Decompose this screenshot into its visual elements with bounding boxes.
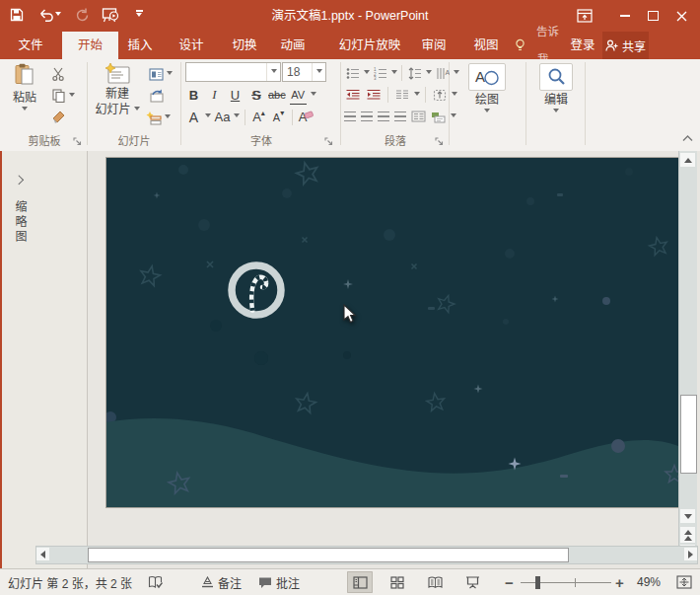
editing-button[interactable]: 编辑 [534,63,578,115]
numbering-dropdown-icon[interactable] [391,70,397,77]
add-remove-columns-button[interactable] [411,108,426,125]
reading-view-button[interactable] [422,571,448,593]
thumbnails-panel[interactable]: 缩略图 [2,151,88,568]
font-dialog-launcher-icon[interactable] [324,137,334,147]
tab-insert[interactable]: 插入 [120,32,160,59]
line-spacing-button[interactable] [406,64,424,82]
justify-button[interactable] [394,112,406,122]
change-case-button[interactable]: Aa [214,108,231,126]
align-text-button[interactable] [431,86,449,104]
close-button[interactable] [667,0,696,32]
layout-dropdown-icon[interactable] [167,71,173,78]
new-slide-button[interactable]: 新建 幻灯片 [92,63,143,116]
normal-view-button[interactable] [347,571,373,593]
text-direction-button[interactable]: A [434,64,452,82]
underline-button[interactable]: U [227,86,244,105]
scroll-right-button[interactable] [684,548,697,560]
section-button[interactable] [145,109,163,126]
copy-dropdown-icon[interactable] [69,93,75,100]
increase-indent-button[interactable] [365,86,383,104]
sign-in-button[interactable]: 登录 [566,32,599,59]
tab-animations[interactable]: 动画 [273,32,313,59]
reset-button[interactable] [147,87,165,105]
horizontal-scrollbar[interactable] [35,546,698,564]
clear-formatting-button[interactable]: A [298,108,315,126]
tell-me-box[interactable]: 告诉我... [515,32,566,59]
character-spacing-button[interactable]: AV [290,85,307,105]
layout-button[interactable] [147,65,165,83]
maximize-button[interactable] [639,0,667,32]
bold-button[interactable]: B [185,86,202,105]
slide-show-button[interactable] [459,571,485,593]
new-slide-dropdown-icon[interactable] [134,107,140,113]
scroll-down-button[interactable] [680,509,695,523]
bullets-dropdown-icon[interactable] [364,70,370,77]
fit-slide-to-window-button[interactable] [676,569,692,595]
character-spacing-dropdown-icon[interactable] [311,92,316,99]
notes-button[interactable]: 备注 [201,569,242,595]
zoom-in-button[interactable]: + [615,569,624,595]
drawing-dropdown-icon[interactable] [484,109,490,115]
decrease-indent-button[interactable] [344,86,362,104]
text-shadow-button[interactable]: abc [268,86,286,105]
grow-font-button[interactable]: A▴ [250,108,267,126]
undo-dropdown-icon[interactable] [55,12,61,19]
comments-button[interactable]: 批注 [258,569,300,595]
scroll-left-button[interactable] [36,548,49,560]
copy-button[interactable] [49,87,67,105]
zoom-slider-handle[interactable] [535,576,540,589]
slide-sorter-view-button[interactable] [385,571,410,593]
change-case-dropdown-icon[interactable] [234,113,240,120]
tab-design[interactable]: 设计 [172,32,211,59]
horizontal-scrollbar-thumb[interactable] [88,548,569,562]
zoom-level-button[interactable]: 49% [637,569,661,595]
align-center-button[interactable] [361,112,373,122]
scroll-up-button[interactable] [680,153,695,167]
bullets-button[interactable] [344,64,362,82]
font-name-combobox[interactable] [185,62,281,82]
section-dropdown-icon[interactable] [165,114,171,121]
zoom-out-button[interactable]: − [505,569,514,595]
customize-qat-icon[interactable] [128,4,150,26]
save-icon[interactable] [6,4,28,26]
tab-file[interactable]: 文件 [10,32,51,59]
drawing-button[interactable]: A 绘图 [463,63,511,115]
strikethrough-button[interactable]: S [247,86,264,105]
paste-button[interactable]: 粘贴 [6,63,43,113]
numbering-button[interactable]: 123 [372,64,389,82]
tab-slideshow[interactable]: 幻灯片放映 [325,32,414,59]
previous-slide-button[interactable] [680,527,695,543]
shrink-font-button[interactable]: A▾ [270,108,287,126]
align-left-button[interactable] [344,112,356,122]
tab-home[interactable]: 开始 [62,32,118,59]
expand-panel-icon[interactable] [12,173,27,187]
vertical-scrollbar-thumb[interactable] [680,395,697,474]
columns-button[interactable] [393,86,411,104]
font-color-button[interactable]: A [185,108,202,126]
clipboard-dialog-launcher-icon[interactable] [73,137,83,147]
line-spacing-dropdown-icon[interactable] [426,70,432,77]
tab-view[interactable]: 视图 [465,32,507,59]
undo-icon[interactable] [35,4,64,26]
tab-transitions[interactable]: 切换 [225,32,264,59]
spell-check-button[interactable] [148,569,163,595]
ribbon-display-options-icon[interactable] [570,0,598,32]
tab-review[interactable]: 审阅 [412,32,455,59]
collapse-ribbon-icon[interactable] [682,134,694,144]
font-size-combobox[interactable]: 18 [282,62,326,82]
columns-dropdown-icon[interactable] [414,92,420,99]
slide-number-indicator[interactable]: 幻灯片 第 2 张，共 2 张 [8,569,132,595]
slideshow-from-beginning-icon[interactable] [100,4,121,26]
font-color-dropdown-icon[interactable] [205,113,211,120]
minimize-button[interactable] [610,0,639,32]
slide-editing-area[interactable] [106,158,678,507]
convert-to-smartart-button[interactable] [431,108,446,125]
cut-button[interactable] [49,65,67,83]
format-painter-button[interactable] [49,109,67,126]
editing-dropdown-icon[interactable] [553,109,559,115]
paragraph-dialog-launcher-icon[interactable] [435,137,445,147]
share-button[interactable]: 共享 [602,32,649,59]
vertical-scrollbar[interactable] [678,151,697,562]
zoom-slider-track[interactable] [521,582,611,583]
paste-dropdown-icon[interactable] [22,107,28,113]
